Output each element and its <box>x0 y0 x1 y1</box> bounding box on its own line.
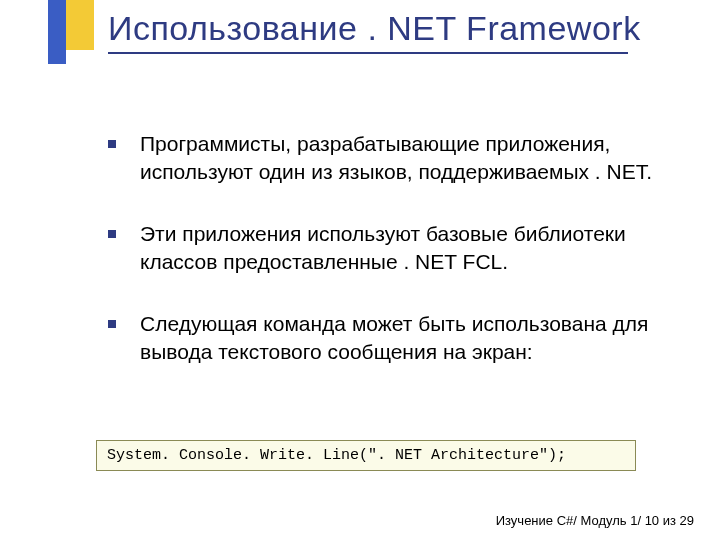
slide-title: Использование . NET Framework <box>108 8 688 48</box>
bullet-text: Следующая команда может быть использован… <box>140 310 668 366</box>
list-item: Следующая команда может быть использован… <box>108 310 668 366</box>
code-text: System. Console. Write. Line(". NET Arch… <box>107 447 566 464</box>
list-item: Эти приложения используют базовые библио… <box>108 220 668 276</box>
accent-block <box>48 0 94 64</box>
title-text: Использование . NET Framework <box>108 9 641 47</box>
bullet-icon <box>108 140 116 148</box>
footer-text: Изучение C#/ Модуль 1/ 10 из 29 <box>496 513 694 528</box>
bullet-icon <box>108 230 116 238</box>
bullet-list: Программисты, разрабатывающие приложения… <box>108 130 668 400</box>
title-underline <box>108 52 628 54</box>
bullet-text: Программисты, разрабатывающие приложения… <box>140 130 668 186</box>
slide-footer: Изучение C#/ Модуль 1/ 10 из 29 <box>496 513 694 528</box>
bullet-text: Эти приложения используют базовые библио… <box>140 220 668 276</box>
accent-blue <box>48 0 66 64</box>
bullet-icon <box>108 320 116 328</box>
code-box: System. Console. Write. Line(". NET Arch… <box>96 440 636 471</box>
list-item: Программисты, разрабатывающие приложения… <box>108 130 668 186</box>
